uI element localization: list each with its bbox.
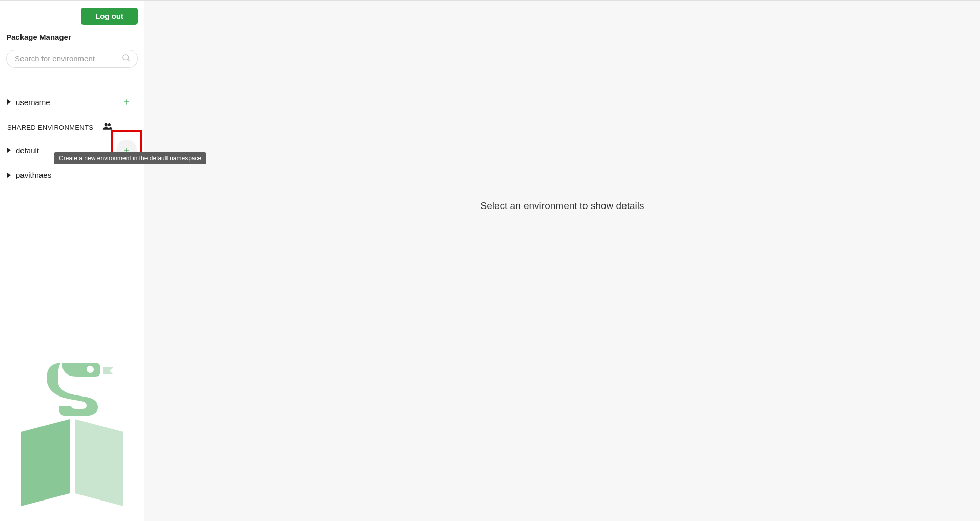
add-environment-button-username[interactable] (116, 92, 137, 112)
shared-environments-header: SHARED ENVIRONMENTS (5, 117, 139, 135)
namespace-list: username SHARED ENVIRONMENTS (0, 77, 144, 184)
namespace-item-pavithraes[interactable]: pavithraes (5, 165, 139, 184)
sidebar: Log out Package Manager username (0, 0, 144, 521)
namespace-item-left: pavithraes (7, 171, 51, 179)
shared-environments-label: SHARED ENVIRONMENTS (7, 123, 93, 131)
namespace-label: username (16, 98, 50, 107)
app-title: Package Manager (6, 33, 138, 41)
logout-button[interactable]: Log out (81, 8, 138, 25)
namespace-item-left: username (7, 98, 50, 107)
main-content: Select an environment to show details (144, 0, 980, 521)
empty-state-text: Select an environment to show details (144, 200, 980, 212)
svg-point-5 (108, 123, 111, 126)
group-icon (102, 122, 113, 132)
search-input[interactable] (6, 50, 138, 68)
namespace-item-username[interactable]: username (5, 87, 139, 117)
chevron-right-icon (7, 148, 11, 153)
svg-point-8 (87, 366, 94, 373)
namespace-label: default (16, 146, 39, 155)
chevron-right-icon (7, 99, 11, 105)
svg-point-4 (105, 123, 108, 127)
sidebar-header: Log out Package Manager (0, 0, 144, 77)
namespace-item-left: default (7, 146, 39, 155)
search-container (6, 50, 138, 68)
logo-container (0, 345, 144, 521)
chevron-right-icon (7, 173, 11, 178)
conda-store-logo-icon (11, 355, 134, 511)
namespace-label: pavithraes (16, 171, 51, 179)
logout-row: Log out (6, 8, 138, 25)
tooltip: Create a new environment in the default … (54, 152, 206, 164)
